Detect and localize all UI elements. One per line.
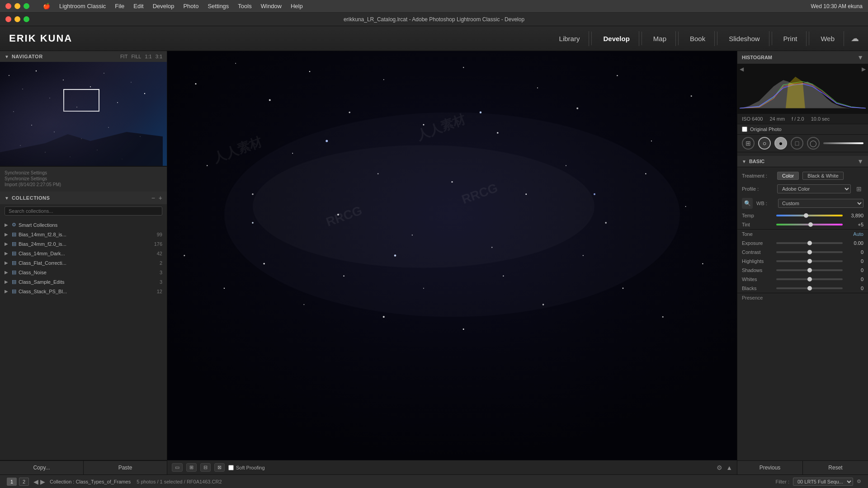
collection-item-5[interactable]: ▶ ▤ Class_Sample_Edits 3	[0, 277, 167, 286]
profile-grid-icon[interactable]: ⊞	[854, 184, 863, 193]
app-minimize[interactable]	[14, 16, 20, 22]
collections-search-input[interactable]	[5, 206, 162, 216]
settings-menu[interactable]: Settings	[203, 3, 233, 9]
develop-menu[interactable]: Develop	[148, 3, 179, 9]
wb-eyedropper-icon[interactable]: 🔍	[742, 198, 753, 209]
view-extra-btn[interactable]: ⊠	[214, 463, 225, 472]
collection-item-6[interactable]: ▶ ▤ Class_Stack_PS_Bl... 12	[0, 286, 167, 296]
soft-proofing-checkbox[interactable]	[228, 465, 234, 470]
app-close[interactable]	[5, 16, 11, 22]
collection-item-1[interactable]: ▶ ▤ Bias_24mm_f2.0_is... 176	[0, 239, 167, 249]
basic-collapse[interactable]: ▼	[857, 158, 863, 165]
preset-circle-icon[interactable]: ○	[758, 137, 771, 150]
edit-menu[interactable]: Edit	[129, 3, 148, 9]
basic-section-header[interactable]: ▼ Basic ▼	[737, 156, 868, 167]
collection-item-4[interactable]: ▶ ▤ Class_Noise 3	[0, 267, 167, 277]
nav-book[interactable]: Book	[681, 31, 715, 46]
sync-settings-1[interactable]: Synchronize Settings	[5, 170, 162, 175]
photo-menu[interactable]: Photo	[179, 3, 203, 9]
mac-menubar[interactable]: 🍎 Lightroom Classic File Edit Develop Ph…	[38, 3, 307, 9]
filter-settings-icon[interactable]: ⚙	[857, 479, 861, 484]
file-menu[interactable]: File	[110, 3, 129, 9]
collection-item-2[interactable]: ▶ ▤ Class_14mm_Dark... 42	[0, 249, 167, 258]
preset-slider[interactable]	[823, 142, 863, 144]
highlights-thumb[interactable]	[807, 259, 812, 263]
previous-button[interactable]: Previous	[737, 461, 802, 474]
filmstrip-prev-btn[interactable]: ◀	[33, 478, 38, 485]
histogram-collapse[interactable]: ▼	[857, 54, 863, 61]
collections-minus[interactable]: −	[151, 194, 155, 202]
exposure-thumb[interactable]	[807, 241, 812, 245]
copy-button[interactable]: Copy...	[0, 461, 83, 474]
profile-select[interactable]: Adobe Color	[777, 184, 851, 193]
filmstrip-page-2[interactable]: 2	[19, 478, 29, 486]
nav-library[interactable]: Library	[550, 31, 590, 46]
app-menu[interactable]: Lightroom Classic	[55, 3, 110, 9]
mac-window-controls[interactable]	[5, 3, 29, 9]
nav-web[interactable]: Web	[811, 31, 844, 46]
smart-collections-item[interactable]: ▶ ⚙ Smart Collections	[0, 220, 167, 230]
nav-develop[interactable]: Develop	[594, 31, 639, 46]
temp-thumb[interactable]	[804, 213, 808, 218]
tools-menu[interactable]: Tools	[233, 3, 256, 9]
view-single-btn[interactable]: ▭	[172, 463, 183, 472]
preset-ring-icon[interactable]: ◯	[807, 137, 820, 150]
close-button[interactable]	[5, 3, 11, 9]
nav-fit[interactable]: FIT	[120, 54, 128, 59]
preset-square-icon[interactable]: □	[791, 137, 803, 150]
filter-select[interactable]: 00 LRT5 Full Sequ...	[793, 478, 853, 486]
filmstrip-page-1[interactable]: 1	[7, 478, 17, 486]
exposure-track[interactable]	[776, 242, 843, 244]
collections-plus[interactable]: +	[159, 194, 162, 202]
treatment-bw-btn[interactable]: Black & White	[802, 172, 843, 180]
reset-button[interactable]: Reset	[803, 461, 868, 474]
collection-item-3[interactable]: ▶ ▤ Class_Flat_Correcti... 2	[0, 258, 167, 267]
blacks-track[interactable]	[776, 287, 843, 289]
shadows-track[interactable]	[776, 269, 843, 271]
toolbar-expand-icon[interactable]: ▲	[726, 464, 732, 471]
collections-header[interactable]: ▼ Collections − +	[0, 192, 167, 204]
cloud-sync-icon[interactable]: ☁	[851, 33, 859, 43]
nav-3to1[interactable]: 3:1	[156, 54, 162, 59]
nav-1to1[interactable]: 1:1	[145, 54, 151, 59]
toolbar-settings-icon[interactable]: ⚙	[717, 464, 722, 471]
photo-area[interactable]: 人人素材 RRCG 人人素材 RRCG	[167, 51, 737, 460]
help-menu[interactable]: Help	[286, 3, 307, 9]
temp-track[interactable]	[776, 215, 843, 216]
apple-menu[interactable]: 🍎	[38, 3, 55, 9]
histogram-shadow-warning[interactable]: ◀	[740, 66, 744, 72]
preset-custom-icon[interactable]: ⊞	[742, 137, 755, 150]
maximize-button[interactable]	[24, 3, 29, 9]
blacks-thumb[interactable]	[807, 286, 812, 291]
navigator-controls[interactable]: FIT FILL 1:1 3:1	[120, 54, 162, 59]
view-compare-btn[interactable]: ⊞	[186, 463, 197, 472]
contrast-thumb[interactable]	[807, 250, 812, 254]
view-survey-btn[interactable]: ⊟	[200, 463, 211, 472]
filmstrip-next-btn[interactable]: ▶	[40, 478, 45, 485]
whites-track[interactable]	[776, 278, 843, 280]
paste-button[interactable]: Paste	[84, 461, 167, 474]
nav-print[interactable]: Print	[774, 31, 807, 46]
whites-thumb[interactable]	[807, 277, 812, 282]
shadows-thumb[interactable]	[807, 268, 812, 272]
tint-thumb[interactable]	[808, 222, 813, 227]
highlights-track[interactable]	[776, 260, 843, 262]
original-photo-checkbox[interactable]	[742, 127, 747, 132]
minimize-button[interactable]	[14, 3, 20, 9]
window-menu[interactable]: Window	[256, 3, 286, 9]
sync-settings-2[interactable]: Synchronize Settings	[5, 176, 162, 181]
preset-fill-circle-icon[interactable]: ●	[774, 137, 787, 150]
nav-fill[interactable]: FILL	[131, 54, 141, 59]
contrast-track[interactable]	[776, 251, 843, 253]
app-maximize[interactable]	[24, 16, 29, 22]
nav-map[interactable]: Map	[644, 31, 676, 46]
navigator-header[interactable]: ▼ Navigator FIT FILL 1:1 3:1	[0, 51, 167, 62]
tint-track[interactable]	[776, 224, 843, 225]
treatment-color-btn[interactable]: Color	[777, 172, 799, 180]
nav-slideshow[interactable]: Slideshow	[720, 31, 769, 46]
histogram-header[interactable]: Histogram ▼	[737, 51, 868, 64]
histogram-highlight-warning[interactable]: ▶	[862, 66, 866, 72]
app-window-controls[interactable]	[5, 16, 29, 22]
collection-item-0[interactable]: ▶ ▤ Bias_14mm_f2.8_is... 99	[0, 230, 167, 239]
auto-button[interactable]: Auto	[853, 231, 863, 237]
